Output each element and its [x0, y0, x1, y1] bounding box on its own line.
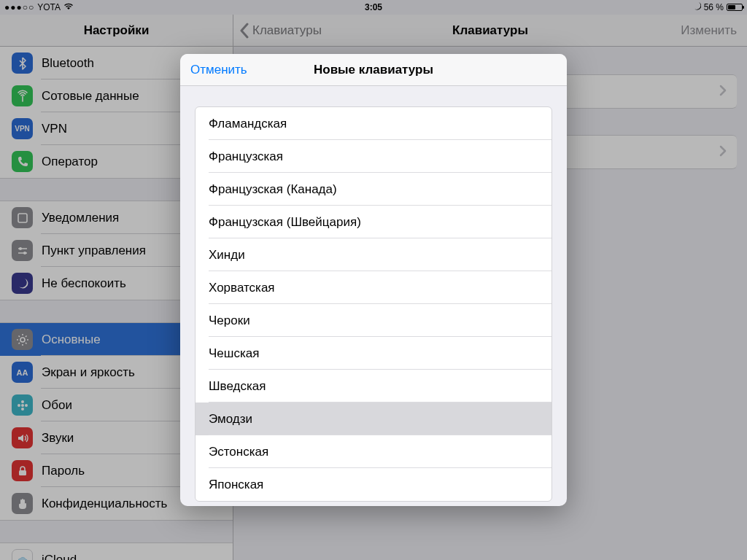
keyboard-option-label: Французская [209, 149, 283, 164]
keyboard-option[interactable]: Хинди [196, 238, 551, 271]
keyboard-option[interactable]: Хорватская [196, 271, 551, 304]
keyboard-option-label: Шведская [209, 379, 266, 394]
keyboard-option-label: Фламандская [209, 117, 287, 131]
add-keyboard-modal: Отменить Новые клавиатуры ФламандскаяФра… [180, 54, 567, 506]
keyboard-option[interactable]: Фламандская [196, 107, 551, 140]
keyboard-option-label: Чероки [209, 314, 250, 328]
keyboard-option-label: Хинди [209, 248, 245, 262]
keyboard-option[interactable]: Чероки [196, 304, 551, 337]
keyboard-option-label: Эстонская [209, 445, 268, 459]
keyboard-option[interactable]: Чешская [196, 337, 551, 370]
keyboard-option-label: Эмодзи [209, 412, 252, 427]
keyboard-option-label: Французская (Швейцария) [209, 215, 361, 230]
keyboard-option[interactable]: Французская [196, 140, 551, 173]
keyboard-option-label: Японская [209, 478, 263, 492]
modal-header: Отменить Новые клавиатуры [180, 54, 567, 86]
keyboard-option-label: Хорватская [209, 281, 275, 295]
keyboard-option-label: Французская (Канада) [209, 182, 337, 197]
keyboard-option[interactable]: Эмодзи [196, 402, 551, 435]
keyboard-language-list: ФламандскаяФранцузскаяФранцузская (Канад… [195, 106, 552, 502]
keyboard-option[interactable]: Шведская [196, 370, 551, 402]
cancel-button[interactable]: Отменить [190, 63, 247, 77]
keyboard-option-label: Чешская [209, 346, 259, 361]
modal-title: Новые клавиатуры [314, 63, 433, 77]
keyboard-option[interactable]: Японская [196, 468, 551, 501]
keyboard-option[interactable]: Французская (Швейцария) [196, 206, 551, 238]
keyboard-option[interactable]: Эстонская [196, 435, 551, 468]
keyboard-option[interactable]: Французская (Канада) [196, 173, 551, 206]
